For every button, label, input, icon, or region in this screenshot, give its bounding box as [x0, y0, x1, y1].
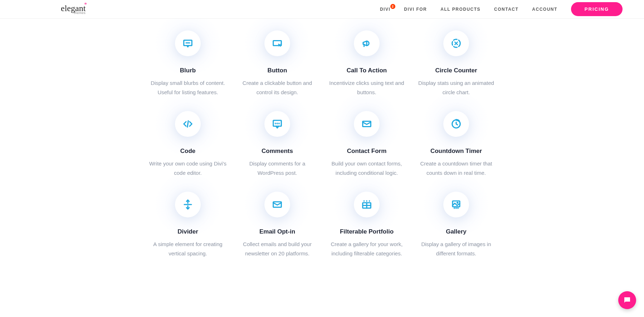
module-desc: Collect emails and build your newsletter… — [238, 240, 317, 258]
nav-contact[interactable]: CONTACT — [494, 7, 518, 12]
nav-badge: 2 — [390, 4, 395, 9]
module-title: Email Opt-in — [259, 228, 295, 235]
module-title: Divider — [177, 228, 198, 235]
countdown-icon — [443, 111, 469, 137]
module-title: Blurb — [180, 67, 196, 74]
comments-icon — [264, 111, 290, 137]
module-title: Countdown Timer — [430, 148, 482, 155]
module-card-countdown[interactable]: Countdown TimerCreate a countdown timer … — [411, 111, 501, 177]
contact-icon — [354, 111, 380, 137]
module-desc: Create a gallery for your work, includin… — [327, 240, 406, 258]
modules-section: BlurbDisplay small blurbs of content. Us… — [0, 0, 644, 258]
module-title: Button — [268, 67, 287, 74]
module-title: Call To Action — [347, 67, 387, 74]
nav-divi-for[interactable]: DIVI FOR — [404, 7, 427, 12]
module-card-contact[interactable]: Contact FormBuild your own contact forms… — [322, 111, 411, 177]
nav-account[interactable]: ACCOUNT — [532, 7, 557, 12]
module-desc: Write your own code using Divi's code ed… — [148, 159, 227, 177]
module-desc: Incentivize clicks using text and button… — [327, 78, 406, 97]
logo-text: elegant* — [61, 4, 86, 13]
module-desc: Create a countdown timer that counts dow… — [417, 159, 496, 177]
nav-divi[interactable]: DIVI 2 — [380, 7, 390, 12]
pricing-button[interactable]: PRICING — [571, 2, 623, 16]
module-desc: Create a clickable button and control it… — [238, 78, 317, 97]
module-title: Code — [180, 148, 196, 155]
module-title: Gallery — [446, 228, 467, 235]
portfolio-icon — [354, 192, 380, 217]
module-title: Comments — [262, 148, 293, 155]
module-title: Contact Form — [347, 148, 387, 155]
blurb-icon — [175, 30, 201, 56]
module-card-cta[interactable]: Call To ActionIncentivize clicks using t… — [322, 30, 411, 97]
module-card-comments[interactable]: CommentsDisplay comments for a WordPress… — [233, 111, 322, 177]
cta-icon — [354, 30, 380, 56]
module-desc: Display small blurbs of content. Useful … — [148, 78, 227, 97]
module-desc: Display comments for a WordPress post. — [238, 159, 317, 177]
main-nav: DIVI 2 DIVI FOR ALL PRODUCTS CONTACT ACC… — [380, 2, 623, 16]
module-desc: Display a gallery of images in different… — [417, 240, 496, 258]
code-icon — [175, 111, 201, 137]
module-card-circle-counter[interactable]: Circle CounterDisplay stats using an ani… — [411, 30, 501, 97]
module-card-email[interactable]: Email Opt-inCollect emails and build you… — [233, 192, 322, 258]
module-card-portfolio[interactable]: Filterable PortfolioCreate a gallery for… — [322, 192, 411, 258]
module-title: Circle Counter — [435, 67, 477, 74]
divider-icon — [175, 192, 201, 217]
module-desc: Build your own contact forms, including … — [327, 159, 406, 177]
nav-all-products[interactable]: ALL PRODUCTS — [440, 7, 480, 12]
circle-counter-icon — [443, 30, 469, 56]
header: elegant* themes DIVI 2 DIVI FOR ALL PROD… — [0, 0, 644, 19]
module-desc: A simple element for creating vertical s… — [148, 240, 227, 258]
button-icon — [264, 30, 290, 56]
module-card-blurb[interactable]: BlurbDisplay small blurbs of content. Us… — [143, 30, 233, 97]
module-card-code[interactable]: CodeWrite your own code using Divi's cod… — [143, 111, 233, 177]
module-desc: Display stats using an animated circle c… — [417, 78, 496, 97]
logo[interactable]: elegant* themes — [61, 4, 86, 15]
email-icon — [264, 192, 290, 217]
gallery-icon — [443, 192, 469, 217]
module-card-button[interactable]: ButtonCreate a clickable button and cont… — [233, 30, 322, 97]
module-title: Filterable Portfolio — [340, 228, 394, 235]
module-card-gallery[interactable]: GalleryDisplay a gallery of images in di… — [411, 192, 501, 258]
module-card-divider[interactable]: DividerA simple element for creating ver… — [143, 192, 233, 258]
